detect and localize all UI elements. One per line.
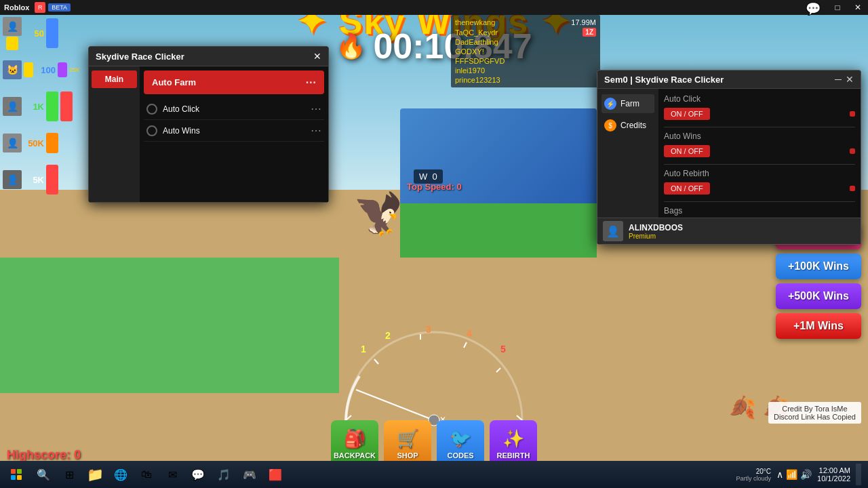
- yellow-bar-2: [24, 62, 33, 77]
- shop-icon: 🛒: [397, 428, 418, 449]
- auto-click-toggle-row: ON / OFF: [664, 108, 855, 120]
- system-tray: ∧ 📶 🔊: [776, 469, 812, 480]
- blue-bar: [46, 18, 58, 48]
- purple-bar: [58, 62, 67, 77]
- window-title-2: Sem0 | Skydive Race Clicker: [604, 75, 724, 85]
- win-sq-1: [11, 469, 16, 474]
- divider-3: [664, 201, 855, 202]
- close-button[interactable]: ✕: [848, 0, 868, 15]
- bags-section: Bags: [664, 206, 855, 216]
- search-taskbar[interactable]: 🔍: [31, 462, 56, 487]
- score-25k: 25K: [69, 66, 80, 73]
- auto-wins-label: Auto Wins: [163, 126, 305, 136]
- rebirth-icon: ✨: [502, 428, 524, 449]
- start-button[interactable]: [3, 462, 30, 487]
- score-row-3: 👤 1K: [0, 88, 92, 125]
- chrome-taskbar[interactable]: 🌐: [108, 462, 133, 487]
- mail-taskbar[interactable]: ✉: [160, 462, 184, 487]
- speed-label: Top Speed: 0: [407, 182, 462, 192]
- game-character: 🦅: [353, 190, 403, 238]
- score-1k: 1K: [24, 102, 44, 112]
- w2-farm-item[interactable]: ⚡ Farm: [601, 94, 654, 113]
- window-title-1: Skydive Race Clicker: [96, 52, 184, 62]
- score-row-2: 🐱 100 25K: [0, 52, 92, 88]
- window-sidebar-1: Main: [89, 66, 140, 202]
- lb-player-6: inlei1970: [455, 66, 485, 75]
- win-sq-2: [17, 469, 22, 474]
- roblox-logo: Roblox: [4, 3, 29, 12]
- discord-taskbar[interactable]: 💬: [186, 462, 210, 487]
- auto-click-dots: ⋯: [311, 102, 321, 115]
- svg-line-3: [464, 342, 467, 348]
- bags-label: Bags: [664, 206, 682, 216]
- tray-arrow[interactable]: ∧: [776, 469, 783, 480]
- svg-text:2: 2: [385, 330, 391, 341]
- credits-label: Credits: [620, 121, 646, 130]
- auto-click-toggle[interactable]: ON / OFF: [664, 108, 710, 120]
- highscore-label: Highscore: 0: [7, 448, 81, 462]
- roblox-taskbar[interactable]: 🟥: [263, 462, 288, 487]
- tray-volume: 🔊: [800, 469, 812, 480]
- rebirth-label: REBIRTH: [497, 451, 530, 460]
- score-row-4: 👤 50K: [0, 125, 92, 161]
- toggle-indicator-3: [850, 186, 855, 191]
- beta-badge: BETA: [48, 3, 71, 12]
- steam-taskbar[interactable]: 🎮: [237, 462, 262, 487]
- lb-score-1: 17.99M: [571, 18, 596, 26]
- window-close-1[interactable]: ✕: [313, 51, 321, 62]
- chat-icon[interactable]: 💬: [806, 1, 821, 16]
- clicker-window-2: Sem0 | Skydive Race Clicker ─ ✕ ⚡ Farm $…: [597, 70, 861, 245]
- maximize-button[interactable]: □: [827, 0, 848, 15]
- spotify-taskbar[interactable]: 🎵: [212, 462, 236, 487]
- clock-widget: 12:00 AM 10/1/2022: [817, 466, 850, 483]
- auto-rebirth-label: Auto Rebirth: [664, 169, 709, 178]
- leaf-icon-1: 🍂: [729, 394, 756, 420]
- credit-line1: Credit By Tora IsMe: [774, 405, 856, 413]
- score-5k: 5K: [24, 175, 44, 185]
- win-sq-3: [11, 475, 16, 480]
- auto-rebirth-toggle[interactable]: ON / OFF: [664, 182, 710, 195]
- score-row-5: 👤 5K: [0, 161, 92, 198]
- weather-widget: 20°C Partly cloudy: [736, 468, 772, 482]
- premium-name: ALINXDBOOS: [629, 223, 683, 232]
- show-desktop-button[interactable]: [856, 464, 861, 485]
- taskbar-time: 12:00 AM: [819, 466, 850, 474]
- auto-wins-row: Auto Wins: [664, 131, 855, 141]
- w2-credits-item[interactable]: $ Credits: [601, 116, 654, 135]
- score-50k: 50K: [24, 138, 44, 148]
- explorer-taskbar[interactable]: 📁: [83, 462, 107, 487]
- window-titlebar-2: Sem0 | Skydive Race Clicker ─ ✕: [597, 70, 861, 89]
- auto-wins-feature-label: Auto Wins: [664, 131, 701, 141]
- auto-wins-toggle[interactable]: ON / OFF: [664, 145, 710, 157]
- auto-rebirth-toggle-row: ON / OFF: [664, 182, 855, 195]
- win-500k-button[interactable]: +500K Wins: [776, 283, 861, 309]
- divider-1: [664, 127, 855, 127]
- leaderboard: thenewkang 17.99M TaQC_Keydr 1Z DadEarth…: [451, 15, 600, 87]
- win-100k-button[interactable]: +100K Wins: [776, 253, 861, 279]
- backpack-icon: 🎒: [344, 428, 366, 449]
- red-bar: [60, 92, 73, 121]
- svg-text:1: 1: [361, 344, 366, 354]
- leaderboard-row: FFFSDPGFVD: [454, 56, 597, 66]
- window2-minimize[interactable]: ─: [835, 74, 842, 85]
- window2-close[interactable]: ✕: [846, 74, 854, 85]
- auto-click-toggle-circle: [146, 104, 157, 115]
- credit-line2: Discord Link Has Copied: [774, 413, 856, 421]
- main-tab[interactable]: Main: [92, 70, 137, 88]
- store-taskbar[interactable]: 🛍: [134, 462, 159, 487]
- win-1m-button[interactable]: +1M Wins: [776, 313, 861, 339]
- taskview-taskbar[interactable]: ⊞: [57, 462, 81, 487]
- window-titlebar-1: Skydive Race Clicker ✕: [89, 47, 328, 66]
- window-content-1: Auto Farm ⋯ Auto Click ⋯ Auto Wins ⋯: [140, 66, 328, 202]
- toggle-indicator: [850, 111, 855, 117]
- lb-player-5: FFFSDPGFVD: [455, 57, 505, 65]
- score-100: 100: [35, 65, 56, 75]
- timer-icon: 🔥: [336, 32, 366, 60]
- red-bar-2: [46, 165, 58, 195]
- svg-text:5: 5: [500, 344, 506, 354]
- auto-farm-button[interactable]: Auto Farm ⋯: [144, 70, 324, 94]
- credits-icon: $: [604, 119, 616, 131]
- premium-bar: 👤 ALINXDBOOS Premium: [597, 218, 861, 244]
- score-row-1: 👤 50: [0, 15, 92, 52]
- speed-gauge: 0 1 2 3 4 5 6 ✕: [332, 322, 536, 430]
